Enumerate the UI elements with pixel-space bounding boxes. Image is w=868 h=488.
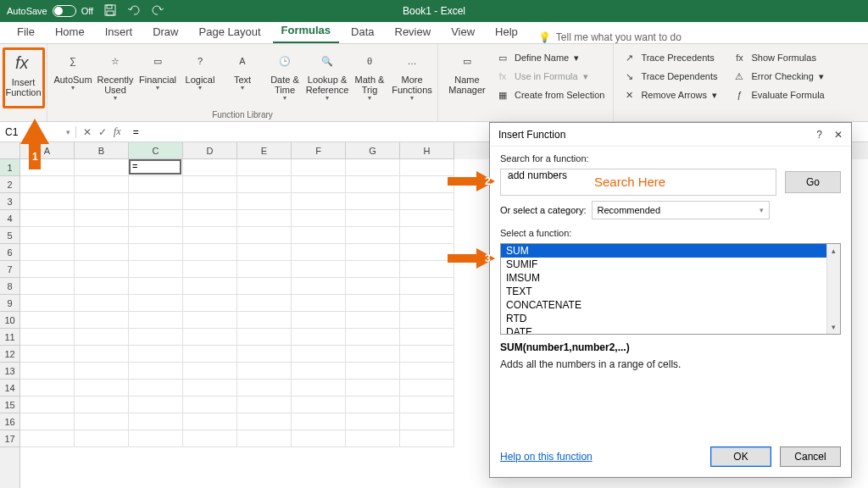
cell-C14[interactable] [129, 380, 183, 396]
cell-G1[interactable] [346, 159, 400, 176]
autosum-button[interactable]: ∑AutoSum▾ [53, 47, 93, 94]
cell-A14[interactable] [20, 380, 75, 396]
cell-B8[interactable] [75, 278, 129, 295]
cell-C4[interactable] [129, 210, 183, 227]
function-item-concatenate[interactable]: CONCATENATE [501, 298, 840, 312]
fx-icon[interactable]: fx [114, 125, 121, 138]
cell-C15[interactable] [129, 396, 183, 413]
tab-home[interactable]: Home [47, 22, 93, 43]
cell-C11[interactable] [129, 329, 183, 346]
cell-C5[interactable] [129, 227, 183, 244]
cell-F5[interactable] [292, 227, 346, 244]
select-all-corner[interactable] [0, 142, 20, 159]
financial-button[interactable]: ▭Financial▾ [137, 47, 178, 94]
row-header-3[interactable]: 3 [0, 193, 19, 210]
cell-F4[interactable] [292, 210, 346, 227]
active-cell[interactable]: = [129, 159, 181, 175]
cell-G16[interactable] [346, 413, 400, 430]
define-name-button[interactable]: ▭Define Name▾ [492, 49, 608, 66]
cell-H4[interactable] [400, 210, 454, 227]
cell-F6[interactable] [292, 244, 346, 261]
cell-C13[interactable] [129, 363, 183, 380]
cell-D10[interactable] [183, 312, 237, 329]
row-header-6[interactable]: 6 [0, 244, 19, 261]
cell-C17[interactable] [129, 430, 183, 447]
cell-H1[interactable] [400, 159, 454, 176]
cell-C2[interactable] [129, 176, 183, 193]
tab-help[interactable]: Help [487, 22, 526, 43]
insert-function-button[interactable]: fx Insert Function [3, 47, 45, 108]
cell-C12[interactable] [129, 346, 183, 363]
cell-D7[interactable] [183, 261, 237, 278]
help-link[interactable]: Help on this function [500, 451, 593, 463]
evaluate-formula-button[interactable]: ƒEvaluate Formula [729, 86, 827, 103]
cell-H8[interactable] [400, 278, 454, 295]
cell-D12[interactable] [183, 346, 237, 363]
cell-B2[interactable] [75, 176, 129, 193]
cell-F12[interactable] [292, 346, 346, 363]
text-button[interactable]: AText▾ [222, 47, 263, 94]
cell-D16[interactable] [183, 413, 237, 430]
row-header-11[interactable]: 11 [0, 329, 19, 346]
cell-A6[interactable] [20, 244, 75, 261]
cell-B17[interactable] [75, 430, 129, 447]
listbox-scrollbar[interactable]: ▴ ▾ [826, 244, 840, 334]
cancel-icon[interactable]: ✕ [83, 126, 92, 138]
tab-formulas[interactable]: Formulas [273, 20, 340, 43]
row-header-12[interactable]: 12 [0, 346, 19, 363]
cell-F1[interactable] [292, 159, 346, 176]
row-header-17[interactable]: 17 [0, 430, 19, 447]
cell-A8[interactable] [20, 278, 75, 295]
cell-H12[interactable] [400, 346, 454, 363]
error-checking-button[interactable]: ⚠Error Checking▾ [729, 68, 827, 85]
tab-insert[interactable]: Insert [97, 22, 142, 43]
cell-A12[interactable] [20, 346, 75, 363]
cell-A10[interactable] [20, 312, 75, 329]
cell-F14[interactable] [292, 380, 346, 396]
function-item-sum[interactable]: SUM [501, 244, 840, 258]
tab-data[interactable]: Data [342, 22, 382, 43]
cell-E9[interactable] [237, 295, 292, 312]
cell-F3[interactable] [292, 193, 346, 210]
row-header-1[interactable]: 1 [0, 159, 19, 176]
trace-dependents-button[interactable]: ↘Trace Dependents [619, 68, 721, 85]
cell-B6[interactable] [75, 244, 129, 261]
cell-F10[interactable] [292, 312, 346, 329]
cell-H11[interactable] [400, 329, 454, 346]
cell-B15[interactable] [75, 396, 129, 413]
cell-E11[interactable] [237, 329, 292, 346]
cell-G13[interactable] [346, 363, 400, 380]
cell-A9[interactable] [20, 295, 75, 312]
cell-H17[interactable] [400, 430, 454, 447]
cell-C10[interactable] [129, 312, 183, 329]
cell-G9[interactable] [346, 295, 400, 312]
cell-B11[interactable] [75, 329, 129, 346]
cell-E7[interactable] [237, 261, 292, 278]
cell-E3[interactable] [237, 193, 292, 210]
col-header-F[interactable]: F [292, 142, 346, 159]
scroll-down-icon[interactable]: ▾ [827, 320, 840, 334]
cell-B4[interactable] [75, 210, 129, 227]
cell-F8[interactable] [292, 278, 346, 295]
cell-D4[interactable] [183, 210, 237, 227]
cell-H15[interactable] [400, 396, 454, 413]
cell-H16[interactable] [400, 413, 454, 430]
cell-G2[interactable] [346, 176, 400, 193]
col-header-B[interactable]: B [75, 142, 129, 159]
row-header-13[interactable]: 13 [0, 363, 19, 380]
cell-A17[interactable] [20, 430, 75, 447]
cell-C7[interactable] [129, 261, 183, 278]
cell-E16[interactable] [237, 413, 292, 430]
ok-button[interactable]: OK [710, 446, 771, 467]
go-button[interactable]: Go [785, 171, 841, 193]
cell-E4[interactable] [237, 210, 292, 227]
tab-draw[interactable]: Draw [144, 22, 186, 43]
autosave-toggle[interactable]: AutoSave Off [7, 5, 93, 17]
cell-F2[interactable] [292, 176, 346, 193]
function-item-imsum[interactable]: IMSUM [501, 271, 840, 285]
undo-icon[interactable] [127, 3, 141, 19]
cell-G7[interactable] [346, 261, 400, 278]
redo-icon[interactable] [151, 3, 164, 19]
function-item-text[interactable]: TEXT [501, 285, 840, 298]
category-select[interactable]: Recommended ▾ [592, 201, 770, 219]
